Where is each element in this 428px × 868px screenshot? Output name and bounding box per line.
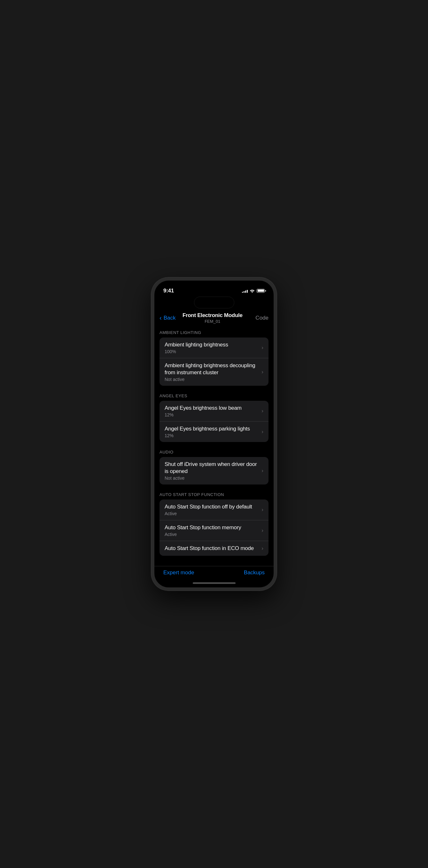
section-header-audio: AUDIO bbox=[154, 450, 274, 457]
section-ambient-lighting: AMBIENT LIGHTINGAmbient lighting brightn… bbox=[154, 330, 274, 386]
list-item-title: Ambient lighting brightness decoupling f… bbox=[164, 362, 257, 376]
list-item-subtitle: 12% bbox=[164, 433, 257, 438]
content-scroll[interactable]: AMBIENT LIGHTINGAmbient lighting brightn… bbox=[154, 328, 274, 566]
list-item-subtitle: Active bbox=[164, 532, 257, 537]
list-item-subtitle: Not active bbox=[164, 377, 257, 382]
list-item-title: Angel Eyes brightness low beam bbox=[164, 405, 257, 412]
list-item-title: Ambient lighting brightness bbox=[164, 341, 257, 348]
list-item[interactable]: Auto Start Stop function in ECO mode› bbox=[159, 541, 269, 556]
list-item-content: Angel Eyes brightness parking lights12% bbox=[164, 425, 262, 438]
back-chevron-icon: ‹ bbox=[159, 314, 162, 321]
chevron-right-icon: › bbox=[262, 527, 264, 534]
list-item-title: Angel Eyes brightness parking lights bbox=[164, 425, 257, 432]
list-item-title: Auto Start Stop function memory bbox=[164, 524, 257, 531]
nav-header: ‹ Back Front Electronic Module FEM_01 Co… bbox=[154, 311, 274, 328]
bottom-bar: Expert mode Backups bbox=[154, 566, 274, 579]
list-item-content: Ambient lighting brightness decoupling f… bbox=[164, 362, 262, 382]
status-icons bbox=[242, 289, 265, 293]
page-title: Front Electronic Module bbox=[176, 312, 249, 319]
list-item-title: Auto Start Stop function off by default bbox=[164, 503, 257, 510]
list-item-content: Shut off iDrive system when driver door … bbox=[164, 461, 262, 480]
section-header-ambient-lighting: AMBIENT LIGHTING bbox=[154, 330, 274, 338]
list-item[interactable]: Ambient lighting brightness decoupling f… bbox=[159, 358, 269, 386]
list-item-content: Auto Start Stop function memoryActive bbox=[164, 524, 262, 537]
chevron-right-icon: › bbox=[262, 344, 264, 351]
chevron-right-icon: › bbox=[262, 468, 264, 474]
page-subtitle: FEM_01 bbox=[176, 319, 249, 324]
list-item-subtitle: Active bbox=[164, 511, 257, 516]
battery-fill bbox=[257, 289, 264, 292]
list-item[interactable]: Auto Start Stop function memoryActive› bbox=[159, 520, 269, 541]
status-bar: 9:41 bbox=[154, 281, 274, 297]
home-bar bbox=[193, 582, 236, 584]
list-item-content: Angel Eyes brightness low beam12% bbox=[164, 405, 262, 417]
list-item-content: Auto Start Stop function off by defaultA… bbox=[164, 503, 262, 516]
list-item[interactable]: Shut off iDrive system when driver door … bbox=[159, 457, 269, 485]
list-item[interactable]: Ambient lighting brightness100%› bbox=[159, 338, 269, 358]
section-list-ambient-lighting: Ambient lighting brightness100%›Ambient … bbox=[159, 338, 269, 386]
back-label: Back bbox=[164, 315, 176, 321]
signal-icon bbox=[242, 289, 248, 293]
expert-mode-button[interactable]: Expert mode bbox=[163, 569, 194, 576]
nav-title-block: Front Electronic Module FEM_01 bbox=[176, 312, 249, 324]
chevron-right-icon: › bbox=[262, 408, 264, 414]
section-auto-start-stop: AUTO START STOP FUNCTIONAuto Start Stop … bbox=[154, 492, 274, 556]
chevron-right-icon: › bbox=[262, 545, 264, 552]
chevron-right-icon: › bbox=[262, 369, 264, 375]
dynamic-island bbox=[194, 297, 234, 308]
backups-button[interactable]: Backups bbox=[244, 569, 265, 576]
list-item[interactable]: Angel Eyes brightness low beam12%› bbox=[159, 401, 269, 422]
list-item-subtitle: Not active bbox=[164, 475, 257, 480]
list-item-content: Ambient lighting brightness100% bbox=[164, 341, 262, 354]
section-list-audio: Shut off iDrive system when driver door … bbox=[159, 457, 269, 485]
list-item-subtitle: 12% bbox=[164, 412, 257, 417]
status-time: 9:41 bbox=[163, 288, 174, 294]
section-list-auto-start-stop: Auto Start Stop function off by defaultA… bbox=[159, 499, 269, 556]
chevron-right-icon: › bbox=[262, 429, 264, 435]
list-item-content: Auto Start Stop function in ECO mode bbox=[164, 545, 262, 552]
phone-screen: 9:41 ‹ Back bbox=[154, 281, 274, 588]
section-list-angel-eyes: Angel Eyes brightness low beam12%›Angel … bbox=[159, 401, 269, 442]
list-item-subtitle: 100% bbox=[164, 349, 257, 354]
list-item-title: Shut off iDrive system when driver door … bbox=[164, 461, 257, 475]
home-indicator bbox=[154, 579, 274, 587]
wifi-icon bbox=[250, 289, 255, 293]
phone-frame: 9:41 ‹ Back bbox=[151, 277, 277, 591]
section-audio: AUDIOShut off iDrive system when driver … bbox=[154, 450, 274, 485]
section-header-auto-start-stop: AUTO START STOP FUNCTION bbox=[154, 492, 274, 499]
section-angel-eyes: ANGEL EYESAngel Eyes brightness low beam… bbox=[154, 394, 274, 442]
section-header-angel-eyes: ANGEL EYES bbox=[154, 394, 274, 401]
list-item[interactable]: Auto Start Stop function off by defaultA… bbox=[159, 499, 269, 520]
code-button[interactable]: Code bbox=[249, 315, 269, 321]
back-button[interactable]: ‹ Back bbox=[159, 314, 176, 321]
battery-icon bbox=[257, 289, 265, 293]
list-item[interactable]: Angel Eyes brightness parking lights12%› bbox=[159, 422, 269, 442]
list-item-title: Auto Start Stop function in ECO mode bbox=[164, 545, 257, 552]
chevron-right-icon: › bbox=[262, 506, 264, 513]
